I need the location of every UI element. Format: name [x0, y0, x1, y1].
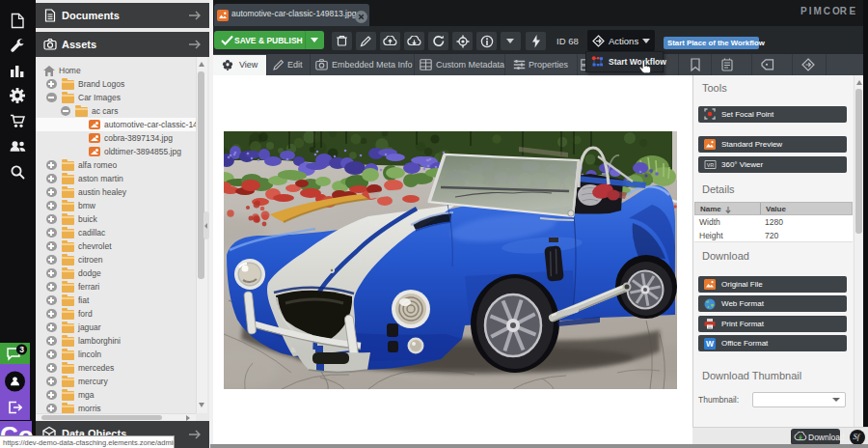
svg-text:3: 3 [19, 345, 24, 354]
svg-text:W: W [706, 339, 715, 349]
svg-text:VR: VR [707, 161, 715, 167]
